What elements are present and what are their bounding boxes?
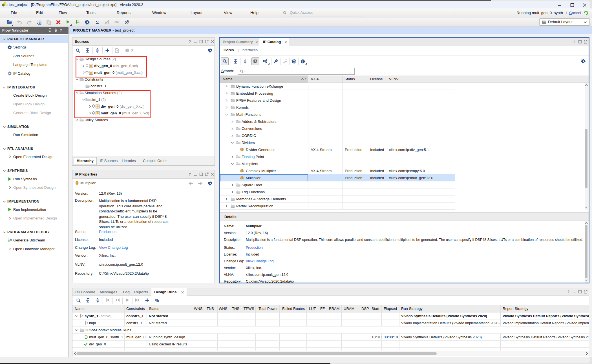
help-icon[interactable]: ?: [572, 40, 576, 44]
details-value-status[interactable]: Production: [246, 246, 263, 250]
flownav-section-synthesis[interactable]: SYNTHESIS: [0, 168, 68, 174]
ipcat-row-cordic[interactable]: CORDIC: [220, 132, 589, 139]
ipcat-row-kernels[interactable]: Kernels: [220, 104, 589, 111]
maximize-button[interactable]: [570, 3, 575, 7]
ipcat-settings-icon[interactable]: [581, 59, 586, 63]
license-key-icon[interactable]: [282, 59, 288, 64]
chevron-right-icon[interactable]: [231, 155, 234, 159]
expand-all-icon[interactable]: [96, 298, 100, 303]
chevron-down-icon[interactable]: [231, 162, 234, 166]
chevron-right-icon[interactable]: [225, 99, 228, 102]
ipcat-row-fpga-features-and-design[interactable]: FPGA Features and Design: [220, 97, 589, 104]
column-axi4-label[interactable]: AXI4: [311, 77, 319, 81]
ipcat-row-complex-multiplier[interactable]: Complex MultiplierAXI4-StreamProductionI…: [220, 167, 589, 174]
chevron-down-icon[interactable]: [74, 314, 78, 318]
search-icon[interactable]: [221, 57, 229, 65]
back-arrow-icon[interactable]: [188, 181, 193, 185]
tab-hierarchy[interactable]: Hierarchy: [74, 157, 97, 165]
minimize-panel-icon[interactable]: [193, 172, 198, 177]
scroll-thumb[interactable]: [76, 352, 437, 355]
ipcat-row-partial-reconfiguration[interactable]: Partial Reconfiguration: [220, 203, 589, 210]
flownav-section-program-and-debug[interactable]: PROGRAM AND DEBUG: [0, 229, 68, 236]
device-chip-icon[interactable]: [291, 59, 296, 64]
forward-arrow-icon[interactable]: [198, 181, 203, 185]
chevron-right-icon[interactable]: [225, 197, 228, 201]
help-icon[interactable]: ?: [188, 39, 192, 44]
flownav-section-ip-integrator[interactable]: IP INTEGRATOR: [0, 84, 68, 91]
chevron-right-icon[interactable]: [231, 183, 234, 187]
flownav-item-language-templates[interactable]: Language Templates: [0, 61, 68, 68]
ipcat-search-input[interactable]: [238, 68, 355, 75]
next-runs-icon[interactable]: [135, 298, 140, 302]
flownav-item-open-elaborated-design[interactable]: Open Elaborated Design: [0, 154, 68, 160]
maximize-panel-icon[interactable]: [199, 172, 204, 177]
sum-button[interactable]: Σ: [94, 19, 101, 26]
tab-tcl-console[interactable]: Tcl Console: [75, 290, 95, 294]
flownav-item-run-synthesis[interactable]: Run Synthesis: [0, 176, 68, 183]
flownav-section-implementation[interactable]: IMPLEMENTATION: [0, 198, 68, 205]
search-icon[interactable]: [76, 298, 81, 303]
ipcat-row-memories-storage-elements[interactable]: Memories & Storage Elements: [220, 196, 589, 203]
chevron-right-icon[interactable]: [231, 127, 234, 130]
tab-libraries[interactable]: Libraries: [122, 159, 136, 163]
first-run-icon[interactable]: [105, 298, 110, 302]
quick-access-input[interactable]: Quick Access: [290, 10, 313, 15]
tab-messages[interactable]: Messages: [100, 290, 117, 294]
menu-tools[interactable]: Tools: [86, 10, 96, 15]
customize-icon[interactable]: [273, 59, 278, 64]
ipcat-row-math-functions[interactable]: Math Functions: [220, 111, 589, 118]
run-row-div-gen-0[interactable]: div_gen_0Using cached IP results: [72, 341, 589, 348]
hierarchy-view-icon[interactable]: [263, 59, 268, 64]
info-icon[interactable]: [301, 59, 305, 64]
search-icon[interactable]: [76, 48, 80, 53]
tab-compile-order[interactable]: Compile Order: [143, 159, 167, 163]
maximize-panel-icon[interactable]: [578, 290, 582, 294]
flownav-item-add-sources[interactable]: Add Sources: [0, 53, 68, 59]
menu-layout[interactable]: Layout: [191, 10, 202, 15]
maximize-panel-icon[interactable]: [199, 39, 204, 44]
flownav-item-generate-bitstream[interactable]: 0110Generate Bitstream: [0, 237, 68, 244]
close-panel-icon[interactable]: [210, 39, 215, 44]
messages-filter-icon[interactable]: [125, 48, 129, 53]
float-panel-icon[interactable]: [584, 290, 588, 294]
percent-icon[interactable]: %: [154, 298, 159, 303]
help-icon[interactable]: ?: [188, 172, 192, 177]
flownav-item-run-implementation[interactable]: Run Implementation: [0, 206, 68, 213]
scroll-up-icon[interactable]: [585, 222, 588, 224]
flownav-section-project-manager[interactable]: PROJECT MANAGER: [0, 35, 68, 43]
ipcat-row-embedded-processing[interactable]: Embedded Processing: [220, 90, 589, 97]
field-value-status[interactable]: Production: [99, 230, 116, 234]
probes-button[interactable]: [123, 19, 130, 26]
run-row-impl-1[interactable]: impl_1constrs_1Not startedVivado Impleme…: [72, 319, 589, 327]
tab-design-runs[interactable]: Design Runs: [151, 288, 187, 296]
flownav-section-simulation[interactable]: SIMULATION: [0, 124, 68, 130]
scroll-down-icon[interactable]: [585, 206, 588, 208]
filter-incompatible-icon[interactable]: [251, 57, 259, 65]
tab-ip-catalog[interactable]: IP Catalog: [259, 38, 289, 46]
chart-disabled-button[interactable]: [104, 19, 111, 26]
ipcat-row-adders-subtracters[interactable]: Adders & Subtracters: [220, 118, 589, 125]
flownav-item-open-synthesized-design[interactable]: Open Synthesized Design: [0, 184, 68, 191]
run-row-mult-gen-0-synth-1[interactable]: mult_gen_0_synth_1mult_gen_0Running synt…: [72, 334, 589, 341]
column-license-label[interactable]: License: [370, 77, 383, 81]
ipcat-row-divider-generator[interactable]: Divider GeneratorAXI4-StreamProductionIn…: [220, 146, 589, 153]
add-sources-icon[interactable]: [105, 48, 110, 53]
ipcat-scrollbar[interactable]: [585, 83, 588, 210]
tab-close-icon[interactable]: [255, 41, 258, 44]
maximize-panel-icon[interactable]: [578, 40, 582, 44]
float-panel-icon[interactable]: [205, 172, 209, 177]
flownav-item-ip-catalog[interactable]: IP Catalog: [0, 70, 68, 77]
menu-view[interactable]: View: [224, 10, 232, 15]
field-value-changelog[interactable]: View Change Log: [99, 245, 128, 250]
chevron-down-icon[interactable]: [225, 113, 228, 116]
ipcat-row-multipliers[interactable]: Multipliers: [220, 160, 589, 167]
menu-reports[interactable]: Reports: [117, 10, 131, 15]
scroll-left-icon[interactable]: [74, 352, 76, 355]
runs-h-scrollbar[interactable]: [72, 351, 589, 356]
chevron-right-icon[interactable]: [225, 204, 228, 208]
run-row-out-of-context-module-runs[interactable]: Out-of-Context Module Runs: [72, 327, 589, 334]
subtab-cores[interactable]: Cores: [224, 48, 234, 52]
scroll-right-icon[interactable]: [586, 352, 588, 355]
prev-runs-icon[interactable]: [115, 298, 120, 302]
flownav-item-create-block-design[interactable]: Create Block Design: [0, 92, 68, 99]
